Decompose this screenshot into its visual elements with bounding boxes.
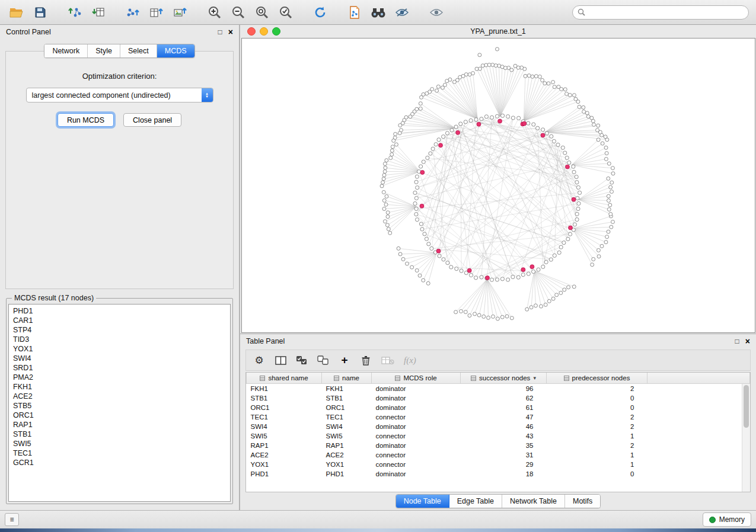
zoom-out-button[interactable] [229, 4, 248, 21]
result-node[interactable]: PMA2 [13, 373, 226, 382]
cell-shared-name[interactable]: ACE2 [247, 450, 322, 460]
tab-motifs[interactable]: Motifs [565, 495, 600, 508]
cell-mcds-role[interactable]: connector [372, 412, 461, 422]
result-node[interactable]: CAR1 [13, 316, 226, 325]
cell-successor-nodes[interactable]: 61 [461, 403, 547, 412]
add-column-button[interactable]: + [339, 353, 350, 367]
cell-predecessor-nodes[interactable]: 2 [547, 384, 647, 394]
cell-name[interactable]: STB1 [322, 393, 372, 403]
table-row[interactable]: SWI4 SWI4 dominator 46 2 [247, 422, 750, 431]
cell-name[interactable]: FKH1 [322, 384, 372, 394]
delete-column-button[interactable] [360, 353, 372, 367]
result-node[interactable]: ACE2 [13, 392, 226, 401]
cell-predecessor-nodes[interactable]: 2 [547, 422, 647, 431]
cell-predecessor-nodes[interactable]: 1 [547, 460, 647, 469]
close-table-panel-icon[interactable]: × [745, 337, 750, 345]
criterion-dropdown[interactable]: largest connected component (undirected)… [26, 88, 213, 102]
cell-name[interactable]: PHD1 [322, 469, 372, 479]
find-button[interactable] [369, 4, 388, 21]
zoom-selected-button[interactable] [276, 4, 295, 21]
cell-predecessor-nodes[interactable]: 0 [547, 393, 647, 403]
show-details-button[interactable] [427, 4, 446, 21]
task-history-button[interactable]: ≡ [5, 513, 19, 526]
run-mcds-button[interactable]: Run MCDS [58, 113, 114, 127]
zoom-in-button[interactable] [205, 4, 224, 21]
result-node[interactable]: STB1 [13, 430, 226, 439]
close-window-icon[interactable] [247, 27, 256, 36]
cell-predecessor-nodes[interactable]: 2 [547, 441, 647, 450]
cell-mcds-role[interactable]: dominator [372, 441, 461, 450]
sort-chevron-icon[interactable]: ▾ [533, 375, 536, 381]
cell-mcds-role[interactable]: dominator [372, 422, 461, 431]
apply-layout-button[interactable] [311, 4, 330, 21]
table-row[interactable]: YOX1 YOX1 connector 29 1 [247, 460, 750, 469]
cell-shared-name[interactable]: SWI5 [247, 431, 322, 441]
select-all-button[interactable] [296, 353, 308, 367]
result-node[interactable]: TID3 [13, 335, 226, 344]
tab-mcds[interactable]: MCDS [157, 44, 194, 57]
cell-shared-name[interactable]: PHD1 [247, 469, 322, 479]
cell-successor-nodes[interactable]: 96 [461, 384, 547, 394]
cell-mcds-role[interactable]: dominator [372, 469, 461, 479]
column-header-shared-name[interactable]: shared name [247, 373, 322, 384]
import-network-button[interactable] [65, 4, 84, 21]
table-row[interactable]: PHD1 PHD1 dominator 18 0 [247, 469, 750, 479]
table-row[interactable]: STB1 STB1 dominator 62 0 [247, 393, 750, 403]
result-node[interactable]: SRD1 [13, 363, 226, 373]
tab-style[interactable]: Style [88, 44, 120, 57]
cell-predecessor-nodes[interactable]: 2 [547, 412, 647, 422]
close-panel-button[interactable]: Close panel [123, 113, 181, 127]
cell-predecessor-nodes[interactable]: 1 [547, 431, 647, 441]
result-node[interactable]: RAP1 [13, 420, 226, 430]
cell-successor-nodes[interactable]: 46 [461, 422, 547, 431]
table-row[interactable]: TEC1 TEC1 connector 47 2 [247, 412, 750, 422]
column-header-successor-nodes[interactable]: successor nodes▾ [461, 373, 547, 384]
cell-name[interactable]: YOX1 [322, 460, 372, 469]
table-row[interactable]: SWI5 SWI5 connector 43 1 [247, 431, 750, 441]
column-header-predecessor-nodes[interactable]: predecessor nodes [547, 373, 647, 384]
import-table-button[interactable] [89, 4, 108, 21]
cell-shared-name[interactable]: RAP1 [247, 441, 322, 450]
cell-mcds-role[interactable]: connector [372, 450, 461, 460]
result-node[interactable]: GCR1 [13, 458, 226, 467]
network-graph[interactable] [242, 39, 755, 332]
cell-successor-nodes[interactable]: 31 [461, 450, 547, 460]
network-from-file-button[interactable] [345, 4, 364, 21]
cell-name[interactable]: ACE2 [322, 450, 372, 460]
float-panel-icon[interactable]: □ [218, 28, 222, 36]
cell-shared-name[interactable]: ORC1 [247, 403, 322, 412]
cell-successor-nodes[interactable]: 43 [461, 431, 547, 441]
cell-mcds-role[interactable]: connector [372, 460, 461, 469]
cell-name[interactable]: SWI5 [322, 431, 372, 441]
table-row[interactable]: ORC1 ORC1 dominator 61 0 [247, 403, 750, 412]
result-node[interactable]: PHD1 [13, 306, 226, 316]
hide-details-button[interactable] [393, 4, 412, 21]
result-node[interactable]: SWI4 [13, 354, 226, 363]
table-row[interactable]: RAP1 RAP1 dominator 35 2 [247, 441, 750, 450]
export-image-button[interactable] [171, 4, 190, 21]
close-panel-icon[interactable]: × [228, 28, 233, 36]
cell-name[interactable]: ORC1 [322, 403, 372, 412]
table-vertical-scrollbar[interactable] [742, 384, 750, 492]
table-row[interactable]: ACE2 ACE2 connector 31 1 [247, 450, 750, 460]
column-header-mcds-role[interactable]: MCDS role [372, 373, 461, 384]
cell-mcds-role[interactable]: connector [372, 431, 461, 441]
export-network-button[interactable] [123, 4, 142, 21]
show-columns-button[interactable] [275, 353, 286, 367]
maximize-window-icon[interactable] [272, 27, 280, 36]
export-table-button[interactable] [147, 4, 166, 21]
minimize-window-icon[interactable] [260, 27, 268, 36]
cell-shared-name[interactable]: YOX1 [247, 460, 322, 469]
tab-network-table[interactable]: Network Table [502, 495, 565, 508]
cell-mcds-role[interactable]: dominator [372, 384, 461, 394]
float-table-panel-icon[interactable]: □ [735, 338, 739, 345]
tab-node-table[interactable]: Node Table [396, 495, 449, 508]
column-header-name[interactable]: name [322, 373, 372, 384]
result-node[interactable]: STB5 [13, 401, 226, 411]
save-session-button[interactable] [31, 4, 50, 21]
cell-name[interactable]: TEC1 [322, 412, 372, 422]
deselect-all-button[interactable] [317, 353, 329, 367]
cell-successor-nodes[interactable]: 29 [461, 460, 547, 469]
zoom-fit-button[interactable] [253, 4, 272, 21]
cell-mcds-role[interactable]: dominator [372, 403, 461, 412]
